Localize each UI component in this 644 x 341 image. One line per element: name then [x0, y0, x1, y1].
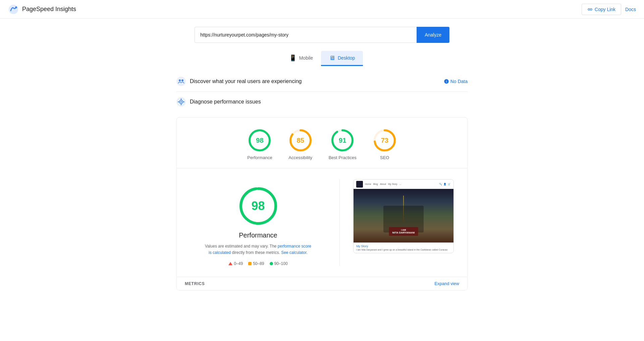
- preview-caption-title: My Story: [356, 245, 451, 248]
- score-description: Values are estimated and may vary. The p…: [205, 243, 312, 256]
- preview-hero-text2: NITA DARYANANI: [392, 231, 415, 234]
- legend-bad: 0–49: [228, 261, 243, 266]
- users-icon: [176, 77, 186, 86]
- score-label-performance: Performance: [247, 155, 272, 160]
- pagespeed-logo: [8, 4, 19, 15]
- preview-nav-icons: 🔍 👤 🛒: [439, 183, 451, 186]
- main-content: Discover what your real users are experi…: [171, 71, 473, 290]
- search-bar: Analyze: [195, 27, 449, 43]
- legend-medium-icon: [248, 262, 252, 265]
- big-score-circle: 98: [238, 186, 278, 226]
- preview-nav-about: About: [380, 183, 386, 185]
- info-icon: [444, 79, 449, 84]
- svg-point-7: [180, 101, 182, 103]
- legend-good-icon: [270, 262, 273, 265]
- app-title: PageSpeed Insights: [22, 6, 76, 13]
- big-score-value: 98: [251, 199, 265, 213]
- detail-left: 98 Performance Values are estimated and …: [190, 179, 340, 266]
- legend-medium: 50–89: [248, 261, 264, 266]
- score-item-performance[interactable]: 98 Performance: [247, 128, 272, 160]
- preview-caption: My Story I am Nita Daryanani and I grew …: [354, 243, 453, 253]
- score-item-accessibility[interactable]: 85 Accessibility: [288, 128, 313, 160]
- real-users-section: Discover what your real users are experi…: [176, 71, 468, 92]
- detail-section: 98 Performance Values are estimated and …: [177, 168, 467, 277]
- score-value-seo: 73: [381, 137, 388, 144]
- score-label-best-practices: Best Practices: [329, 155, 357, 160]
- preview-hero-text1: I AM: [392, 229, 415, 231]
- header: PageSpeed Insights Copy Link Docs: [0, 0, 644, 19]
- preview-nav-story: My Story: [388, 183, 397, 185]
- score-value-performance: 98: [256, 137, 263, 144]
- legend: 0–49 50–89 90–100: [228, 261, 287, 266]
- score-circle-accessibility: 85: [288, 128, 313, 152]
- big-score-label: Performance: [239, 231, 277, 239]
- score-label-accessibility: Accessibility: [288, 155, 312, 160]
- tabs: 📱 Mobile 🖥 Desktop: [281, 51, 363, 66]
- preview-bg: I AM NITA DARYANANI: [354, 189, 453, 243]
- search-section: Analyze: [0, 19, 644, 48]
- header-right: Copy Link Docs: [582, 4, 636, 15]
- copy-link-label: Copy Link: [595, 7, 615, 12]
- legend-good-label: 90–100: [274, 261, 288, 266]
- preview-overlay: I AM NITA DARYANANI: [389, 227, 418, 236]
- no-data-link[interactable]: No Data: [444, 79, 468, 84]
- diagnose-title: Diagnose performance issues: [190, 99, 261, 105]
- preview-user-icon: 👤: [443, 183, 446, 186]
- tab-desktop-label: Desktop: [338, 55, 355, 61]
- score-item-seo[interactable]: 73 SEO: [373, 128, 397, 160]
- calculator-link[interactable]: See calculator: [281, 250, 306, 255]
- copy-link-button[interactable]: Copy Link: [582, 4, 621, 15]
- tabs-section: 📱 Mobile 🖥 Desktop: [0, 48, 644, 71]
- docs-link[interactable]: Docs: [625, 7, 636, 12]
- tab-desktop[interactable]: 🖥 Desktop: [321, 51, 363, 66]
- diagnose-left: Diagnose performance issues: [176, 97, 261, 107]
- score-label-seo: SEO: [380, 155, 389, 160]
- preview-nav-more: ...: [399, 183, 401, 185]
- preview-nav-blog: Blog: [373, 183, 378, 185]
- diagnose-icon: [176, 97, 186, 107]
- real-users-title: Discover what your real users are experi…: [190, 78, 302, 84]
- diagnose-section-header: Diagnose performance issues: [176, 92, 468, 112]
- legend-medium-label: 50–89: [253, 261, 264, 266]
- detail-right: Home Blog About My Story ... 🔍 👤 🛒: [353, 179, 454, 266]
- score-circle-best-practices: 91: [330, 128, 355, 152]
- score-circle-seo: 73: [373, 128, 397, 152]
- link-icon: [587, 7, 593, 12]
- svg-point-3: [179, 79, 181, 81]
- score-item-best-practices[interactable]: 91 Best Practices: [329, 128, 357, 160]
- tab-mobile-label: Mobile: [299, 55, 313, 61]
- metrics-label: METRICS: [185, 281, 205, 286]
- scores-row: 98 Performance 85 Accessibility: [177, 118, 467, 168]
- svg-point-2: [176, 77, 186, 86]
- real-users-left: Discover what your real users are experi…: [176, 77, 302, 86]
- preview-nav: Home Blog About My Story ... 🔍 👤 🛒: [354, 180, 453, 189]
- legend-good: 90–100: [270, 261, 288, 266]
- score-value-accessibility: 85: [297, 137, 304, 144]
- legend-bad-label: 0–49: [234, 261, 243, 266]
- preview-search-icon: 🔍: [439, 183, 442, 186]
- score-value-best-practices: 91: [339, 137, 346, 144]
- preview-nav-items: Home Blog About My Story ...: [365, 183, 437, 185]
- preview-box: Home Blog About My Story ... 🔍 👤 🛒: [353, 179, 454, 253]
- expand-view-link[interactable]: Expand view: [434, 281, 459, 286]
- svg-point-0: [9, 5, 18, 14]
- preview-logo: [356, 181, 363, 188]
- preview-caption-text: I am Nita Daryanani and I grew up on a b…: [356, 249, 451, 251]
- no-data-label: No Data: [450, 79, 468, 84]
- tab-mobile[interactable]: 📱 Mobile: [281, 51, 321, 66]
- analyze-button[interactable]: Analyze: [417, 27, 449, 43]
- desktop-icon: 🖥: [329, 55, 335, 62]
- url-input[interactable]: [195, 27, 417, 43]
- svg-point-4: [181, 79, 183, 81]
- preview-hero: I AM NITA DARYANANI: [354, 189, 453, 243]
- mobile-icon: 📱: [289, 54, 297, 62]
- score-circle-performance: 98: [248, 128, 272, 152]
- svg-point-1: [15, 6, 17, 8]
- preview-cart-icon: 🛒: [448, 183, 451, 186]
- preview-nav-home: Home: [365, 183, 371, 185]
- header-left: PageSpeed Insights: [8, 4, 76, 15]
- scores-card: 98 Performance 85 Accessibility: [176, 117, 468, 290]
- metrics-footer: METRICS Expand view: [177, 277, 467, 290]
- legend-bad-icon: [228, 262, 232, 265]
